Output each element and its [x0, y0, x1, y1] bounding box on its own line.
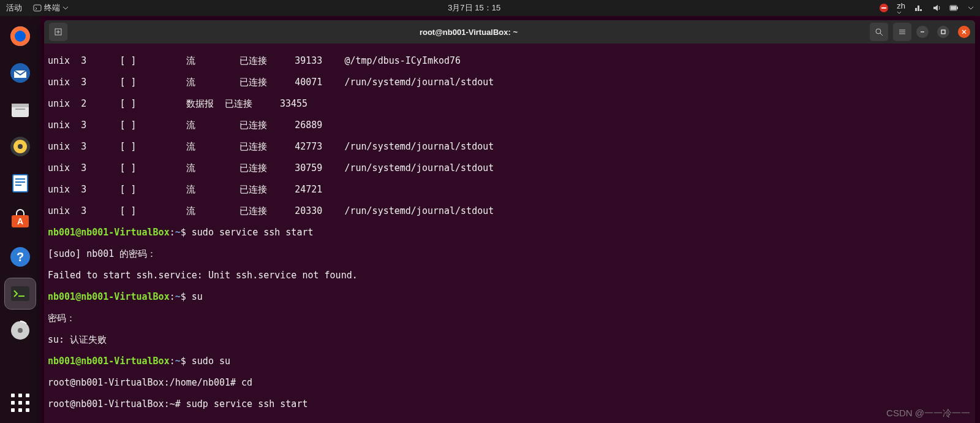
- output-line: 密码：: [48, 313, 971, 324]
- help-icon: ?: [8, 245, 32, 269]
- svg-rect-9: [15, 109, 25, 110]
- svg-rect-22: [11, 286, 29, 301]
- app-menu-label: 终端: [44, 2, 60, 13]
- dock-thunderbird[interactable]: [5, 58, 36, 88]
- output-line: root@nb001-VirtualBox:~# sudp service ss…: [48, 399, 971, 410]
- svg-rect-3: [951, 6, 956, 10]
- battery-icon: [949, 4, 959, 12]
- watermark: CSDN @一一冷一一: [886, 408, 970, 419]
- gnome-topbar: 活动 终端 3月7日 15：15 zh: [0, 0, 980, 16]
- svg-rect-28: [941, 30, 945, 34]
- volume-icon: [932, 4, 941, 12]
- apps-grid-icon: [11, 394, 29, 412]
- svg-text:?: ?: [17, 250, 24, 264]
- show-applications-button[interactable]: [5, 387, 36, 418]
- dock-rhythmbox[interactable]: [5, 131, 36, 162]
- close-button[interactable]: [958, 26, 970, 38]
- dock-terminal[interactable]: [5, 278, 36, 309]
- status-area[interactable]: zh: [880, 1, 974, 15]
- prompt-line: nb001@nb001-VirtualBox:~$ su: [48, 292, 971, 303]
- svg-rect-23: [18, 295, 24, 297]
- dock-help[interactable]: ?: [5, 242, 36, 272]
- search-icon: [875, 28, 883, 36]
- prompt-line: nb001@nb001-VirtualBox:~$ sudo service s…: [48, 227, 971, 238]
- close-icon: [961, 29, 967, 35]
- output-line: root@nb001-VirtualBox:/home/nb001# cd: [48, 378, 971, 389]
- minimize-icon: [919, 29, 925, 35]
- dock-firefox[interactable]: [5, 21, 36, 51]
- new-tab-button[interactable]: [49, 23, 67, 41]
- clock[interactable]: 3月7日 15：15: [69, 2, 880, 13]
- netstat-row: unix 2 [ ] 数据报 已连接 33455: [48, 99, 971, 110]
- svg-rect-13: [13, 175, 28, 192]
- search-button[interactable]: [870, 23, 888, 41]
- dock-files[interactable]: [5, 94, 36, 125]
- maximize-button[interactable]: [937, 26, 949, 38]
- svg-rect-2: [957, 7, 958, 9]
- svg-rect-15: [15, 178, 25, 180]
- do-not-disturb-icon: [880, 4, 888, 12]
- terminal-small-icon: [33, 4, 42, 12]
- activities-button[interactable]: 活动: [6, 2, 22, 13]
- output-line: [sudo] nb001 的密码：: [48, 249, 971, 260]
- window-title: root@nb001-VirtualBox: ~: [72, 28, 865, 37]
- network-icon: [914, 4, 924, 12]
- chevron-down-icon: [62, 5, 69, 11]
- svg-point-25: [18, 328, 23, 333]
- minimize-button[interactable]: [916, 26, 929, 38]
- writer-icon: [8, 171, 32, 196]
- svg-rect-17: [15, 185, 21, 186]
- ubuntu-software-icon: A: [8, 208, 32, 232]
- disk-icon: [8, 318, 32, 343]
- window-titlebar[interactable]: root@nb001-VirtualBox: ~: [44, 20, 975, 44]
- svg-point-5: [15, 31, 26, 42]
- svg-rect-8: [12, 104, 29, 107]
- dock-ubuntu-software[interactable]: A: [5, 205, 36, 235]
- netstat-row: unix 3 [ ] 流 已连接 42773 /run/systemd/jour…: [48, 142, 971, 153]
- svg-rect-0: [34, 5, 41, 11]
- output-line: su: 认证失败: [48, 335, 971, 346]
- dock: A ?: [0, 16, 40, 423]
- netstat-row: unix 3 [ ] 流 已连接 30759 /run/systemd/jour…: [48, 163, 971, 174]
- netstat-row: unix 3 [ ] 流 已连接 39133 @/tmp/dbus-ICyImk…: [48, 56, 971, 67]
- svg-rect-16: [15, 181, 25, 183]
- chevron-down-icon: [897, 10, 902, 15]
- chevron-down-icon: [968, 5, 974, 11]
- prompt-line: nb001@nb001-VirtualBox:~$ sudo su: [48, 356, 971, 367]
- netstat-row: unix 3 [ ] 流 已连接 40071 /run/systemd/jour…: [48, 77, 971, 88]
- netstat-row: unix 3 [ ] 流 已连接 20330 /run/systemd/jour…: [48, 206, 971, 217]
- thunderbird-icon: [8, 61, 32, 85]
- firefox-icon: [8, 24, 32, 48]
- dock-disk[interactable]: [5, 315, 36, 346]
- app-menu[interactable]: 终端: [33, 2, 69, 13]
- rhythmbox-icon: [8, 134, 32, 159]
- svg-text:A: A: [17, 216, 23, 226]
- new-tab-icon: [54, 28, 62, 36]
- hamburger-icon: [898, 28, 907, 36]
- terminal-window: root@nb001-VirtualBox: ~ unix 3 [ ] 流 已连…: [44, 20, 975, 423]
- svg-point-27: [876, 29, 881, 34]
- maximize-icon: [940, 29, 946, 35]
- input-language-indicator[interactable]: zh: [897, 1, 905, 15]
- hamburger-menu-button[interactable]: [893, 23, 911, 41]
- netstat-row: unix 3 [ ] 流 已连接 26889: [48, 120, 971, 131]
- blank-line: [48, 421, 971, 424]
- netstat-row: unix 3 [ ] 流 已连接 24721: [48, 185, 971, 196]
- svg-point-12: [18, 144, 23, 149]
- terminal-output[interactable]: unix 3 [ ] 流 已连接 39133 @/tmp/dbus-ICyImk…: [44, 44, 975, 423]
- output-line: Failed to start ssh.service: Unit ssh.se…: [48, 270, 971, 281]
- terminal-icon: [8, 281, 32, 306]
- files-icon: [8, 97, 32, 122]
- dock-libreoffice-writer[interactable]: [5, 168, 36, 199]
